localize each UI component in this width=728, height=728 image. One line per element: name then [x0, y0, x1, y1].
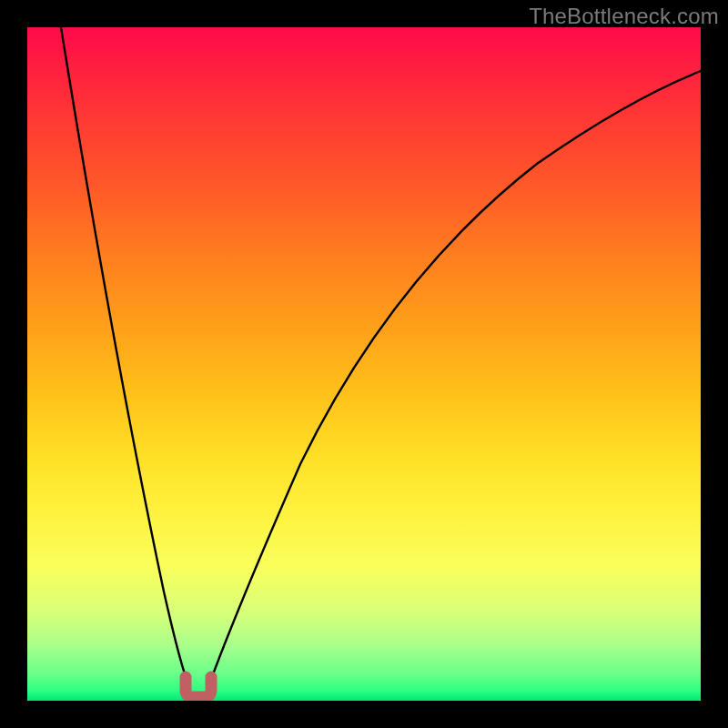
curve-right-branch — [209, 71, 701, 684]
curve-left-branch — [61, 27, 189, 687]
watermark-text: TheBottleneck.com — [529, 4, 719, 29]
minimum-marker — [186, 677, 211, 697]
chart-frame: TheBottleneck.com — [0, 0, 728, 728]
curve-layer — [27, 27, 701, 701]
plot-area — [27, 27, 701, 701]
